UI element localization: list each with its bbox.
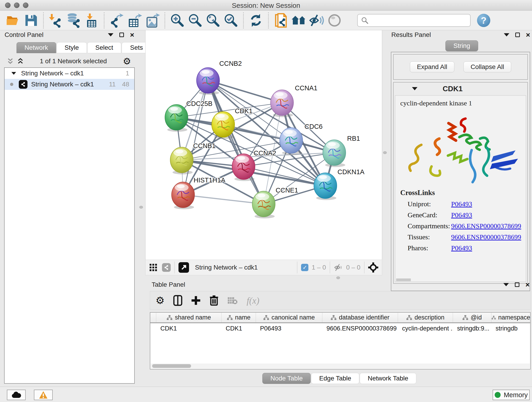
column-header-name[interactable]: name — [222, 313, 256, 322]
network-canvas[interactable]: CCNB2CCNA1CDC25BCDK1CDC6RB1CCNB1CCNA2CDK… — [145, 30, 382, 260]
network-node-HIST1H1A[interactable]: HIST1H1A — [172, 177, 225, 209]
crosslink-value-link[interactable]: 9606.ENSP00000378699 — [451, 222, 521, 230]
table-cell[interactable]: CDK1 — [222, 323, 256, 334]
tab-network-table[interactable]: Network Table — [360, 373, 416, 384]
network-node-CCNA1[interactable]: CCNA1 — [271, 84, 317, 117]
zoom-out-icon[interactable] — [188, 13, 203, 28]
close-panel-icon[interactable]: × — [526, 32, 530, 37]
table-hscrollbar[interactable] — [151, 364, 530, 369]
tab-edge-table[interactable]: Edge Table — [311, 373, 359, 384]
table-hscroll-thumb[interactable] — [152, 364, 191, 368]
home-icon[interactable] — [291, 13, 306, 28]
birdseye-grid-icon[interactable] — [149, 263, 157, 272]
collapse-all-button[interactable]: Collapse All — [463, 61, 511, 72]
horizontal-splitter-handle[interactable] — [336, 276, 340, 279]
column-header-description[interactable]: description — [398, 313, 453, 322]
crosslink-value-link[interactable]: P06493 — [451, 244, 472, 252]
table-cell[interactable]: CDK1 — [156, 323, 222, 334]
cloud-status-button[interactable] — [7, 390, 26, 400]
close-panel-icon[interactable]: × — [130, 32, 134, 37]
network-node-RB1[interactable]: RB1 — [323, 135, 360, 167]
open-in-window-icon[interactable] — [178, 262, 189, 273]
float-panel-icon[interactable] — [119, 32, 124, 37]
collapse-all-icon[interactable] — [7, 57, 14, 65]
tab-node-table[interactable]: Node Table — [262, 373, 311, 384]
collapse-collection-icon[interactable] — [12, 72, 16, 75]
share-document-icon[interactable] — [273, 13, 288, 28]
string-badge-icon[interactable] — [162, 263, 171, 272]
selected-checkbox[interactable]: ✓ — [301, 264, 308, 271]
footer-separator — [174, 262, 175, 274]
memory-button[interactable]: Memory — [493, 390, 530, 400]
import-database-icon[interactable] — [66, 13, 81, 28]
table-row[interactable]: CDK1CDK1P064939606.ENSP00000378699cyclin… — [150, 323, 530, 334]
network-options-gear-icon[interactable]: ⚙ — [123, 57, 131, 66]
hide-panel-eye-icon[interactable] — [309, 13, 324, 28]
column-header-namespace[interactable]: namespace — [491, 313, 530, 322]
gene-section: CDK1 cyclin-dependent kinase 1 — [393, 82, 528, 284]
network-node-CDC6[interactable]: CDC6 — [280, 123, 323, 155]
zoom-selected-icon[interactable] — [223, 13, 239, 28]
open-session-icon[interactable] — [6, 13, 21, 28]
import-table-icon[interactable] — [84, 13, 99, 28]
close-panel-icon[interactable]: × — [525, 282, 530, 287]
crosslink-value-link[interactable]: P06493 — [451, 200, 472, 208]
column-type-icon — [167, 315, 172, 320]
crosslink-label: Compartments: — [408, 222, 451, 230]
export-table-icon[interactable] — [127, 13, 142, 28]
expand-all-button[interactable]: Expand All — [410, 61, 454, 72]
pan-crosshair-icon[interactable] — [368, 262, 378, 273]
network-collection-row[interactable]: String Network – cdk1 1 — [5, 68, 134, 79]
delete-column-icon[interactable] — [209, 295, 219, 306]
column-header-id[interactable]: @id — [453, 313, 491, 322]
crosslink-value-link[interactable]: 9606.ENSP00000378699 — [451, 233, 521, 241]
sphere-icon[interactable] — [327, 13, 342, 28]
network-node-CDKN1A[interactable]: CDKN1A — [314, 168, 365, 200]
node-label-CCNB2: CCNB2 — [219, 60, 242, 67]
hidden-eye-icon[interactable] — [334, 264, 343, 271]
table-options-gear-icon[interactable]: ⚙ — [156, 296, 165, 305]
network-edge[interactable] — [208, 80, 264, 204]
column-header-database-identifier[interactable]: database identifier — [322, 313, 398, 322]
tab-select[interactable]: Select — [87, 42, 121, 53]
float-panel-icon[interactable] — [515, 32, 520, 37]
network-view-toolbar: String Network – cdk1 ✓ 1 – 0 0 – 0 — [145, 260, 382, 275]
table-cell[interactable]: 9606.ENSP00000378699 — [322, 323, 398, 334]
export-network-icon[interactable] — [109, 13, 124, 28]
zoom-fit-icon[interactable] — [206, 13, 221, 28]
add-column-icon[interactable] — [191, 296, 201, 305]
help-button[interactable]: ? — [477, 14, 490, 27]
import-network-icon[interactable] — [48, 13, 63, 28]
float-panel-icon[interactable] — [515, 282, 519, 287]
search-field[interactable] — [357, 14, 471, 27]
delete-table-icon[interactable] — [227, 296, 238, 305]
collapse-section-icon[interactable] — [412, 87, 418, 90]
table-cell[interactable]: stringdb — [491, 323, 530, 334]
table-cell[interactable]: stringdb:9... — [453, 323, 491, 334]
function-builder-icon[interactable]: f(x) — [247, 295, 259, 306]
column-header-shared-name[interactable]: shared name — [156, 313, 222, 322]
column-header-canonical-name[interactable]: canonical name — [256, 313, 322, 322]
panel-menu-icon[interactable] — [108, 33, 114, 36]
crosslink-value-link[interactable]: P06493 — [451, 211, 472, 219]
left-splitter-handle[interactable] — [139, 206, 143, 209]
table-cell[interactable]: cyclin-dependent ... — [398, 323, 453, 334]
panel-menu-icon[interactable] — [503, 283, 509, 286]
zoom-in-icon[interactable] — [170, 13, 185, 28]
table-cell[interactable]: P06493 — [256, 323, 322, 334]
tab-string[interactable]: String — [445, 40, 478, 51]
refresh-icon[interactable] — [248, 13, 264, 28]
expand-all-icon[interactable] — [17, 57, 24, 65]
network-node-CCNE1[interactable]: CCNE1 — [252, 186, 298, 218]
tab-network[interactable]: Network — [17, 42, 56, 53]
search-input[interactable] — [369, 17, 465, 24]
export-image-icon[interactable] — [145, 13, 160, 28]
right-splitter-handle[interactable] — [383, 151, 387, 154]
save-session-icon[interactable] — [23, 13, 38, 28]
warning-status-button[interactable] — [34, 390, 53, 400]
tab-style[interactable]: Style — [57, 42, 87, 53]
panel-menu-icon[interactable] — [504, 33, 509, 36]
show-columns-icon[interactable] — [173, 295, 182, 306]
network-edge[interactable] — [183, 195, 264, 204]
network-row[interactable]: String Network – cdk1 11 48 — [5, 79, 134, 90]
